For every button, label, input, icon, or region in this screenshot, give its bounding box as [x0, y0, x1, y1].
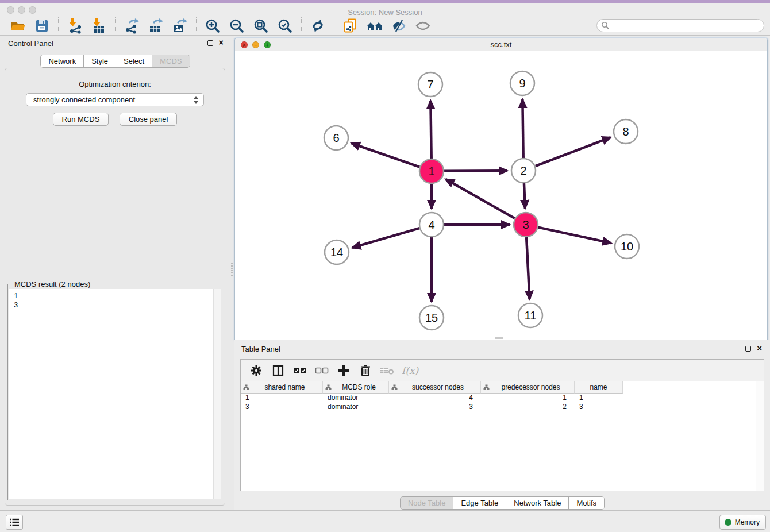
- float-panel-icon[interactable]: [207, 40, 213, 46]
- table-cell[interactable]: 4: [389, 394, 481, 403]
- zoom-in-icon[interactable]: [204, 17, 221, 34]
- memory-button[interactable]: Memory: [719, 515, 766, 530]
- apply-layout-icon[interactable]: [309, 17, 326, 34]
- table-cell[interactable]: 1: [241, 394, 323, 403]
- export-network-icon[interactable]: [123, 17, 140, 34]
- zoom-fit-icon[interactable]: [252, 17, 270, 34]
- tab-select[interactable]: Select: [116, 55, 152, 67]
- canvas-grip-icon[interactable]: [495, 337, 503, 339]
- control-panel-title: Control Panel: [8, 39, 53, 48]
- column-header-shared-name[interactable]: shared name: [241, 381, 323, 394]
- table-panel: Table Panel ×: [234, 340, 770, 510]
- edge-3-10[interactable]: [538, 228, 611, 243]
- control-panel: Control Panel × NetworkStyleSelectMCDS O…: [0, 36, 230, 510]
- network-maximize-button[interactable]: +: [264, 41, 271, 48]
- hide-selected-icon[interactable]: [390, 17, 407, 34]
- close-table-panel-icon[interactable]: ×: [757, 343, 762, 353]
- zoom-out-icon[interactable]: [228, 17, 245, 34]
- open-session-icon[interactable]: [9, 17, 26, 34]
- node-table-container: f(x) shared nameMCDS rolesuccessor nodes…: [240, 359, 764, 491]
- edge-2-8[interactable]: [536, 137, 611, 166]
- mcds-result-lines: 1 3: [9, 289, 221, 310]
- table-row[interactable]: 1dominator411: [241, 394, 764, 403]
- panel-splitter[interactable]: [230, 36, 234, 510]
- table-toolbar: f(x): [241, 360, 764, 381]
- result-scrollbar[interactable]: [213, 289, 221, 499]
- node-label-10: 10: [621, 240, 633, 253]
- network-title: scc.txt: [235, 38, 767, 51]
- optimization-criterion-select[interactable]: strongly connected component: [26, 93, 204, 106]
- deselect-all-icon[interactable]: [314, 363, 329, 378]
- import-table-icon[interactable]: [90, 17, 107, 34]
- search-input[interactable]: [596, 19, 764, 32]
- table-cell[interactable]: dominator: [323, 394, 389, 403]
- float-table-panel-icon[interactable]: [745, 346, 751, 352]
- select-all-icon[interactable]: [292, 363, 307, 378]
- close-panel-icon[interactable]: ×: [218, 37, 224, 48]
- edge-3-1[interactable]: [445, 179, 515, 218]
- edge-1-7[interactable]: [430, 101, 431, 159]
- export-table-icon[interactable]: [147, 17, 164, 34]
- run-mcds-button[interactable]: Run MCDS: [53, 113, 109, 126]
- import-network-icon[interactable]: [66, 17, 83, 34]
- node-label-4: 4: [428, 218, 434, 231]
- splitter-grip-icon[interactable]: [231, 263, 233, 276]
- settings-gear-icon[interactable]: [249, 363, 264, 378]
- edge-2-9[interactable]: [522, 99, 523, 158]
- tab-network-table[interactable]: Network Table: [506, 497, 568, 509]
- edge-1-6[interactable]: [351, 143, 419, 167]
- mcds-result-title: MCDS result (2 nodes): [12, 280, 93, 288]
- table-header-row: shared nameMCDS rolesuccessor nodesprede…: [241, 381, 764, 394]
- node-label-8: 8: [622, 125, 629, 138]
- new-network-from-selection-icon[interactable]: [342, 17, 359, 34]
- table-cell[interactable]: 1: [481, 394, 575, 403]
- column-header-predecessor-nodes[interactable]: predecessor nodes: [481, 381, 575, 394]
- table-row[interactable]: 3dominator323: [241, 403, 764, 412]
- node-label-2: 2: [520, 164, 526, 177]
- close-panel-button[interactable]: Close panel: [120, 113, 178, 126]
- save-session-icon[interactable]: [33, 17, 51, 34]
- table-cell[interactable]: 3: [241, 403, 323, 412]
- tab-network[interactable]: Network: [41, 55, 83, 67]
- export-image-icon[interactable]: [171, 17, 188, 34]
- control-panel-header: Control Panel ×: [0, 36, 230, 51]
- toolbar-separator: [334, 17, 334, 34]
- table-cell[interactable]: 3: [389, 403, 481, 412]
- edge-3-11[interactable]: [526, 237, 529, 299]
- column-layout-icon[interactable]: [271, 363, 286, 378]
- edge-1-2[interactable]: [444, 171, 507, 171]
- toolbar-separator: [301, 17, 302, 34]
- table-cell[interactable]: 1: [575, 394, 623, 403]
- network-canvas[interactable]: 1234678910111415: [235, 51, 767, 340]
- table-cell[interactable]: 3: [575, 403, 623, 412]
- network-minimize-button[interactable]: −: [252, 41, 259, 48]
- column-header-successor-nodes[interactable]: successor nodes: [389, 381, 481, 394]
- network-window: × − + scc.txt 1234678910111415: [234, 38, 768, 340]
- table-cell[interactable]: 2: [481, 403, 575, 412]
- houses-icon[interactable]: [366, 17, 383, 34]
- tab-edge-table[interactable]: Edge Table: [453, 497, 506, 509]
- column-header-MCDS-role[interactable]: MCDS role: [323, 381, 389, 394]
- optimization-criterion-label: Optimization criterion:: [5, 80, 225, 88]
- function-builder-icon: f(x): [402, 363, 418, 378]
- tab-node-table[interactable]: Node Table: [401, 497, 453, 509]
- network-close-button[interactable]: ×: [241, 41, 248, 48]
- tab-style[interactable]: Style: [83, 55, 116, 67]
- mcds-panel: Optimization criterion: strongly connect…: [5, 68, 225, 506]
- tab-mcds[interactable]: MCDS: [152, 55, 189, 67]
- node-label-7: 7: [427, 78, 433, 91]
- zoom-selected-icon[interactable]: [276, 17, 294, 34]
- mcds-result-area[interactable]: 1 3: [9, 289, 221, 499]
- column-header-name[interactable]: name: [575, 381, 623, 394]
- edge-2-3[interactable]: [524, 183, 525, 209]
- add-column-icon[interactable]: [336, 363, 351, 378]
- tab-motifs[interactable]: Motifs: [568, 497, 604, 509]
- edge-4-14[interactable]: [352, 228, 419, 248]
- table-cell[interactable]: dominator: [323, 403, 389, 412]
- toolbar-separator: [115, 17, 116, 34]
- network-window-titlebar[interactable]: × − + scc.txt: [235, 38, 767, 51]
- table-scrollbar[interactable]: [756, 381, 764, 491]
- delete-column-icon[interactable]: [358, 363, 373, 378]
- show-all-icon[interactable]: [414, 17, 432, 34]
- task-history-button[interactable]: [6, 515, 23, 530]
